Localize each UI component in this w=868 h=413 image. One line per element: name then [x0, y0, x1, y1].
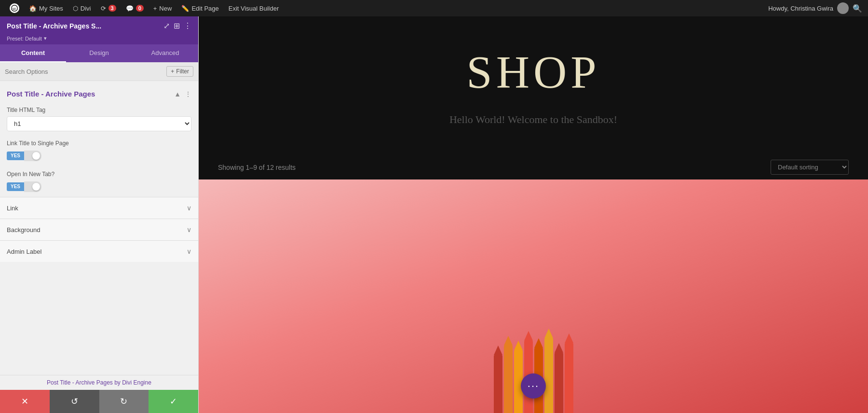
link-title-yes-label: YES: [7, 151, 24, 160]
preview-hero: SHOP Hello World! Welcome to the Sandbox…: [199, 16, 868, 155]
svg-text:W: W: [13, 7, 16, 11]
tab-content[interactable]: Content: [0, 44, 66, 62]
left-panel: Post Title - Archive Pages S... ⤢ ⊞ ⋮ Pr…: [0, 16, 199, 413]
undo-icon: ↺: [71, 396, 78, 407]
home-icon: 🏠: [29, 5, 37, 12]
preset-label: Preset: Default ▾: [0, 34, 198, 44]
filter-plus-icon: +: [171, 68, 174, 75]
comments-item[interactable]: 💬 0: [122, 0, 148, 16]
link-title-label: Link Title to Single Page: [7, 140, 191, 147]
search-icon[interactable]: 🔍: [853, 4, 862, 13]
plus-icon: +: [153, 5, 157, 12]
divi-icon: ⬡: [73, 5, 78, 12]
background-section-title: Background: [7, 226, 40, 234]
grid-icon[interactable]: ⊞: [174, 21, 180, 30]
divi-label: Divi: [81, 5, 91, 12]
edit-page-item[interactable]: ✏️ Edit Page: [177, 0, 222, 16]
link-section-header[interactable]: Link ∨: [0, 197, 198, 219]
notifications-item[interactable]: ⟳ 3: [97, 0, 120, 16]
fab-dots-icon: ···: [528, 380, 539, 392]
more-options-icon[interactable]: ⋮: [184, 21, 191, 30]
edit-page-label: Edit Page: [191, 5, 218, 12]
link-section-title: Link: [7, 205, 18, 212]
open-new-tab-toggle-wrapper[interactable]: YES: [7, 181, 191, 192]
shop-subtitle: Hello World! Welcome to the Sandbox!: [449, 113, 617, 126]
save-button[interactable]: ✓: [149, 390, 198, 413]
panel-title: Post Title - Archive Pages S...: [7, 22, 101, 30]
tab-advanced[interactable]: Advanced: [132, 44, 198, 62]
open-new-tab-toggle-row: Open In New Tab? YES: [0, 166, 198, 197]
avatar: [837, 2, 849, 14]
panel-header: Post Title - Archive Pages S... ⤢ ⊞ ⋮: [0, 16, 198, 34]
link-title-toggle-wrapper[interactable]: YES: [7, 151, 191, 161]
refresh-icon: ⟳: [101, 5, 106, 12]
product-pink-background: ···: [199, 179, 868, 413]
background-chevron-icon: ∨: [187, 226, 191, 234]
title-html-tag-select[interactable]: h1 h2 h3 h4 h5 h6 p div: [7, 116, 191, 131]
section-title: Post Title - Archive Pages: [7, 90, 95, 98]
fab-button[interactable]: ···: [521, 373, 546, 399]
crayon-gold: [544, 338, 553, 413]
crayon-orange: [504, 345, 513, 413]
panel-content: Post Title - Archive Pages ▲ ⋮ Title HTM…: [0, 81, 198, 375]
comments-badge: 0: [136, 5, 144, 12]
admin-label-section-title: Admin Label: [7, 248, 41, 255]
admin-label-section-header[interactable]: Admin Label ∨: [0, 241, 198, 262]
user-greeting: Howdy, Christina Gwira: [768, 5, 833, 12]
notifications-badge: 3: [108, 5, 116, 12]
admin-label-section: Admin Label ∨: [0, 240, 198, 262]
link-chevron-icon: ∨: [187, 204, 191, 212]
collapse-icon[interactable]: ▲: [174, 90, 181, 98]
admin-bar-right: Howdy, Christina Gwira 🔍: [768, 2, 862, 14]
filter-button[interactable]: + Filter: [166, 66, 193, 77]
link-title-toggle-row: Link Title to Single Page YES: [0, 135, 198, 166]
new-label: New: [159, 5, 172, 12]
search-input[interactable]: [5, 68, 163, 75]
expand-icon[interactable]: ⤢: [163, 21, 170, 30]
redo-button[interactable]: ↻: [99, 390, 149, 413]
admin-label-chevron-icon: ∨: [187, 248, 191, 255]
open-new-tab-thumb: [32, 183, 40, 191]
save-icon: ✓: [170, 396, 177, 407]
wp-logo-item[interactable]: W: [6, 0, 23, 16]
crayon-red: [494, 355, 502, 413]
search-bar: + Filter: [0, 62, 198, 81]
shop-title: SHOP: [466, 45, 600, 99]
preset-text: Preset: Default: [7, 36, 42, 41]
panel-header-icons: ⤢ ⊞ ⋮: [163, 21, 191, 30]
footer-by: by: [114, 379, 122, 386]
title-html-tag-label: Title HTML Tag: [7, 107, 191, 113]
my-sites-label: My Sites: [39, 5, 63, 12]
exit-builder-label: Exit Visual Builder: [229, 5, 279, 12]
footer-link[interactable]: Post Title - Archive Pages by Divi Engin…: [47, 379, 151, 386]
filter-label: Filter: [176, 68, 189, 75]
section-header: Post Title - Archive Pages ▲ ⋮: [0, 87, 198, 103]
footer-module-name: Post Title - Archive Pages: [47, 379, 113, 386]
redo-icon: ↻: [120, 396, 127, 407]
open-new-tab-label: Open In New Tab?: [7, 171, 191, 178]
bottom-toolbar: ✕ ↺ ↻ ✓: [0, 390, 198, 413]
link-title-thumb: [32, 152, 40, 160]
admin-bar-left: W 🏠 My Sites ⬡ Divi ⟳ 3 💬 0 + New ✏️ Edi…: [6, 0, 283, 16]
section-header-icons: ▲ ⋮: [174, 90, 191, 98]
pencil-icon: ✏️: [181, 5, 189, 12]
background-section-header[interactable]: Background ∨: [0, 219, 198, 240]
title-html-tag-field: Title HTML Tag h1 h2 h3 h4 h5 h6 p div: [0, 103, 198, 135]
cancel-button[interactable]: ✕: [0, 390, 50, 413]
sort-select[interactable]: Default sorting Sort by popularity Sort …: [771, 160, 849, 175]
preset-chevron-icon: ▾: [44, 35, 47, 41]
section-more-icon[interactable]: ⋮: [185, 90, 191, 98]
crayon-crimson: [555, 353, 563, 413]
link-title-track[interactable]: [24, 151, 41, 161]
exit-builder-item[interactable]: Exit Visual Builder: [225, 0, 283, 16]
panel-tabs: Content Design Advanced: [0, 44, 198, 62]
undo-button[interactable]: ↺: [50, 390, 99, 413]
new-item[interactable]: + New: [149, 0, 176, 16]
wp-admin-bar: W 🏠 My Sites ⬡ Divi ⟳ 3 💬 0 + New ✏️ Edi…: [0, 0, 868, 16]
main-area: Post Title - Archive Pages S... ⤢ ⊞ ⋮ Pr…: [0, 16, 868, 413]
tab-design[interactable]: Design: [66, 44, 132, 62]
divi-item[interactable]: ⬡ Divi: [69, 0, 95, 16]
crayon-tomato: [565, 343, 573, 413]
open-new-tab-track[interactable]: [24, 181, 41, 192]
my-sites-item[interactable]: 🏠 My Sites: [25, 0, 67, 16]
